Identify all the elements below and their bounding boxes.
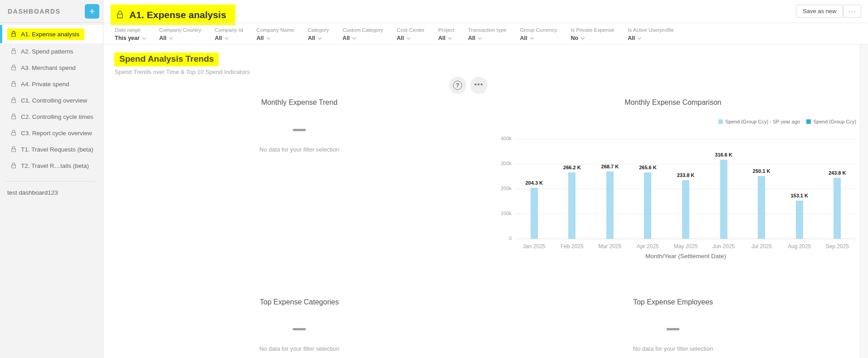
x-axis-tick-label: Mar 2025: [599, 243, 622, 250]
bar-jan-2025[interactable]: [531, 188, 538, 239]
bar-may-2025[interactable]: [682, 180, 689, 239]
panel-title-top-expense-categories: Top Expense Categories: [260, 298, 339, 306]
help-button[interactable]: ?: [449, 77, 466, 94]
sidebar-item-c2-controlling-cycle-times[interactable]: C2. Controlling cycle times: [0, 108, 103, 125]
bar-jun-2025[interactable]: [720, 160, 727, 239]
more-options-button[interactable]: ···: [843, 5, 861, 18]
sidebar-item-a3-merchant-spend[interactable]: A3. Merchant spend: [0, 59, 103, 76]
main-area: A1. Expense analysis Save as new ··· Dat…: [103, 0, 868, 358]
gridline: [515, 164, 856, 164]
filter-transaction-type[interactable]: Transaction typeAll: [468, 27, 507, 41]
no-data-message: No data for your filter selection: [259, 146, 339, 153]
sidebar-item-t2-travel-details[interactable]: T2. Travel R…tails (beta): [0, 157, 103, 174]
filter-cost-center[interactable]: Cost CenterAll: [397, 27, 424, 41]
add-dashboard-button[interactable]: +: [85, 4, 99, 19]
bar-sep-2025[interactable]: [834, 178, 841, 239]
legend-item[interactable]: Spend (Group Ccy): [806, 119, 856, 124]
filter-company-name[interactable]: Company NameAll: [257, 27, 294, 41]
x-axis-tick-label: Jul 2025: [751, 243, 771, 250]
filter-company-country[interactable]: Company CountryAll: [159, 27, 201, 41]
save-as-new-button[interactable]: Save as new: [796, 5, 843, 18]
legend-item[interactable]: Spend (Group Ccy) - SP year ago: [718, 119, 800, 124]
filter-category[interactable]: CategoryAll: [308, 27, 329, 41]
lock-icon: [10, 31, 17, 37]
sidebar-item-label: A4. Private spend: [21, 81, 69, 88]
no-data-message: No data for your filter selection: [633, 345, 713, 352]
sidebar-item-label: A3. Merchant spend: [21, 64, 76, 71]
bar-jul-2025[interactable]: [758, 176, 765, 239]
header-divider: [103, 23, 868, 23]
gridline: [515, 239, 856, 239]
y-axis-tick-label: 400k: [499, 136, 512, 141]
sidebar-item-c3-report-cycle-overview[interactable]: C3. Report cycle overview: [0, 125, 103, 141]
panel-title-monthly-expense-trend: Monthly Expense Trend: [261, 98, 337, 107]
chevron-down-icon: [266, 35, 270, 39]
chevron-down-icon: [169, 35, 173, 39]
sidebar-item-label: C1. Controlling overview: [21, 97, 87, 104]
dashboard-list: A1. Expense analysis A2. Spend patterns …: [0, 23, 103, 174]
bar-aug-2025[interactable]: [796, 201, 803, 239]
sidebar-item-label: T1. Travel Requests (beta): [21, 146, 93, 153]
bar-value-label: 268.7 K: [601, 164, 619, 169]
sidebar-item-a1-expense-analysis[interactable]: A1. Expense analysis: [0, 25, 103, 43]
section-title: Spend Analysis Trends: [119, 54, 214, 64]
bar-value-label: 265.6 K: [639, 165, 657, 170]
lock-icon: [10, 81, 17, 87]
sidebar-item-t1-travel-requests[interactable]: T1. Travel Requests (beta): [0, 141, 103, 157]
gridline: [515, 139, 856, 139]
sidebar-item-c1-controlling-overview[interactable]: C1. Controlling overview: [0, 92, 103, 108]
panel-title-monthly-expense-comparison: Monthly Expense Comparison: [624, 98, 721, 107]
chevron-down-icon: [407, 35, 410, 39]
x-axis-title: Month/Year (Settlement Date): [645, 253, 726, 260]
chevron-down-icon: [530, 35, 533, 39]
filter-group-currency[interactable]: Group CurrencyAll: [520, 27, 557, 41]
filter-date-range[interactable]: Date rangeThis year: [115, 27, 146, 41]
lock-icon: [10, 130, 17, 136]
y-axis-tick-label: 200k: [499, 186, 512, 191]
panel-title-top-expense-employees: Top Expense Employees: [633, 298, 713, 306]
filter-is-active-userprofile[interactable]: Is Active UserprofileAll: [628, 27, 674, 41]
x-axis-tick-label: Feb 2025: [561, 243, 584, 250]
legend-swatch-icon: [806, 119, 811, 124]
bar-value-label: 316.6 K: [715, 152, 732, 157]
filter-custom-category[interactable]: Custom CategoryAll: [342, 27, 383, 41]
lock-icon: [10, 64, 17, 71]
legend-label: Spend (Group Ccy): [813, 119, 856, 124]
y-axis-tick-label: 0: [499, 235, 512, 241]
sidebar-item-label: A2. Spend patterns: [21, 48, 73, 55]
chevron-down-icon: [142, 35, 146, 39]
x-axis-tick-label: Aug 2025: [788, 243, 811, 250]
filter-company-id[interactable]: Company IdAll: [215, 27, 243, 41]
sidebar-item-a4-private-spend[interactable]: A4. Private spend: [0, 76, 103, 92]
sidebar-item-test-dashboard123[interactable]: test dashboard123: [0, 181, 103, 204]
y-axis-tick-label: 100k: [499, 211, 512, 216]
sidebar-item-a2-spend-patterns[interactable]: A2. Spend patterns: [0, 43, 103, 59]
section-subtitle: Spend Trends over Time & Top 10 Spend In…: [115, 69, 250, 75]
widget-more-button[interactable]: •••: [470, 77, 488, 94]
sidebar-title: DASHBOARDS: [8, 8, 60, 15]
sidebar-item-label: C3. Report cycle overview: [21, 130, 92, 137]
bar-value-label: 250.1 K: [753, 168, 770, 174]
x-axis-tick-label: May 2025: [674, 243, 698, 250]
x-axis-tick-label: Apr 2025: [637, 243, 659, 250]
filter-bar-divider: [103, 44, 868, 44]
app-window: DASHBOARDS + A1. Expense analysis A2. Sp…: [0, 0, 868, 358]
bar-mar-2025[interactable]: [606, 172, 614, 239]
filter-is-private-expense[interactable]: Is Private ExpenseNo: [571, 27, 614, 41]
filter-bar: Date rangeThis year Company CountryAll C…: [115, 27, 674, 41]
no-data-dash-icon: [293, 129, 306, 131]
lock-icon: [10, 146, 17, 152]
chevron-down-icon: [581, 35, 585, 39]
bar-value-label: 243.8 K: [829, 170, 846, 176]
bar-value-label: 204.3 K: [526, 180, 543, 186]
chevron-down-icon: [638, 35, 641, 39]
filter-project[interactable]: ProjectAll: [438, 27, 454, 41]
bar-feb-2025[interactable]: [568, 172, 575, 239]
page-title-highlight: A1. Expense analysis: [111, 5, 235, 25]
bar-value-label: 266.2 K: [563, 165, 581, 170]
sidebar: DASHBOARDS + A1. Expense analysis A2. Sp…: [0, 0, 103, 358]
page-title: A1. Expense analysis: [129, 10, 226, 20]
bar-apr-2025[interactable]: [644, 172, 651, 239]
lock-icon: [116, 10, 124, 19]
chevron-down-icon: [317, 35, 321, 39]
